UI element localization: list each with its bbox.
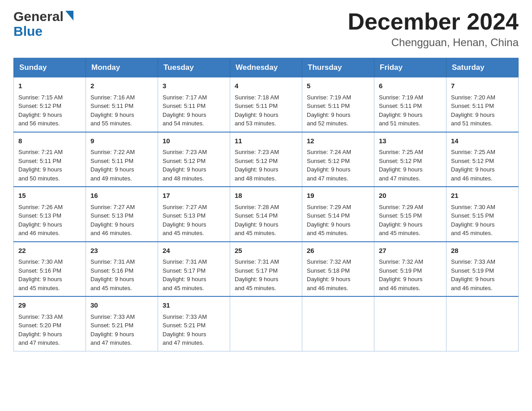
table-row: 26 Sunrise: 7:32 AMSunset: 5:18 PMDaylig…: [302, 242, 374, 297]
day-number: 22: [18, 246, 81, 256]
calendar-week-row: 15 Sunrise: 7:26 AMSunset: 5:13 PMDaylig…: [14, 187, 519, 242]
logo-blue: Blue: [13, 24, 43, 39]
day-info: Sunrise: 7:21 AMSunset: 5:11 PMDaylight:…: [18, 149, 63, 182]
table-row: 31 Sunrise: 7:33 AMSunset: 5:21 PMDaylig…: [158, 296, 230, 351]
day-info: Sunrise: 7:19 AMSunset: 5:11 PMDaylight:…: [379, 94, 423, 127]
day-info: Sunrise: 7:25 AMSunset: 5:12 PMDaylight:…: [451, 149, 495, 182]
calendar-table: Sunday Monday Tuesday Wednesday Thursday…: [13, 58, 519, 351]
table-row: 28 Sunrise: 7:33 AMSunset: 5:19 PMDaylig…: [446, 242, 519, 297]
day-info: Sunrise: 7:32 AMSunset: 5:18 PMDaylight:…: [307, 258, 351, 291]
table-row: [302, 296, 374, 351]
header-wednesday: Wednesday: [230, 58, 302, 77]
table-row: 19 Sunrise: 7:29 AMSunset: 5:14 PMDaylig…: [302, 187, 374, 242]
day-number: 28: [451, 246, 514, 256]
table-row: 11 Sunrise: 7:23 AMSunset: 5:12 PMDaylig…: [230, 132, 302, 187]
day-number: 12: [307, 136, 369, 146]
table-row: 4 Sunrise: 7:18 AMSunset: 5:11 PMDayligh…: [230, 77, 302, 132]
day-number: 19: [307, 191, 369, 201]
day-info: Sunrise: 7:31 AMSunset: 5:17 PMDaylight:…: [163, 258, 207, 291]
calendar-week-row: 8 Sunrise: 7:21 AMSunset: 5:11 PMDayligh…: [14, 132, 519, 187]
day-info: Sunrise: 7:33 AMSunset: 5:21 PMDaylight:…: [163, 313, 207, 347]
day-info: Sunrise: 7:20 AMSunset: 5:11 PMDaylight:…: [451, 94, 495, 127]
header-friday: Friday: [374, 58, 446, 77]
day-info: Sunrise: 7:27 AMSunset: 5:13 PMDaylight:…: [90, 204, 135, 237]
day-info: Sunrise: 7:27 AMSunset: 5:13 PMDaylight:…: [163, 204, 207, 237]
table-row: 22 Sunrise: 7:30 AMSunset: 5:16 PMDaylig…: [14, 242, 86, 297]
header-tuesday: Tuesday: [158, 58, 230, 77]
header-saturday: Saturday: [446, 58, 519, 77]
day-info: Sunrise: 7:30 AMSunset: 5:15 PMDaylight:…: [451, 204, 495, 237]
table-row: 24 Sunrise: 7:31 AMSunset: 5:17 PMDaylig…: [158, 242, 230, 297]
day-info: Sunrise: 7:15 AMSunset: 5:12 PMDaylight:…: [18, 94, 63, 127]
day-number: 1: [18, 81, 81, 91]
table-row: 23 Sunrise: 7:31 AMSunset: 5:16 PMDaylig…: [86, 242, 158, 297]
table-row: 6 Sunrise: 7:19 AMSunset: 5:11 PMDayligh…: [374, 77, 446, 132]
table-row: [374, 296, 446, 351]
table-row: [446, 296, 519, 351]
day-number: 27: [379, 246, 442, 256]
day-number: 10: [163, 136, 225, 146]
day-number: 9: [90, 136, 153, 146]
logo: General Blue: [13, 9, 73, 39]
day-info: Sunrise: 7:25 AMSunset: 5:12 PMDaylight:…: [379, 149, 423, 182]
day-number: 5: [307, 81, 369, 91]
day-number: 26: [307, 246, 369, 256]
table-row: 30 Sunrise: 7:33 AMSunset: 5:21 PMDaylig…: [86, 296, 158, 351]
day-number: 13: [379, 136, 442, 146]
day-info: Sunrise: 7:22 AMSunset: 5:11 PMDaylight:…: [90, 149, 135, 182]
day-info: Sunrise: 7:33 AMSunset: 5:20 PMDaylight:…: [18, 313, 63, 347]
day-number: 14: [451, 136, 514, 146]
table-row: 13 Sunrise: 7:25 AMSunset: 5:12 PMDaylig…: [374, 132, 446, 187]
table-row: 14 Sunrise: 7:25 AMSunset: 5:12 PMDaylig…: [446, 132, 519, 187]
day-info: Sunrise: 7:24 AMSunset: 5:12 PMDaylight:…: [307, 149, 351, 182]
day-number: 8: [18, 136, 81, 146]
day-info: Sunrise: 7:23 AMSunset: 5:12 PMDaylight:…: [163, 149, 207, 182]
month-title: December 2024: [348, 9, 519, 34]
table-row: 27 Sunrise: 7:32 AMSunset: 5:19 PMDaylig…: [374, 242, 446, 297]
day-info: Sunrise: 7:29 AMSunset: 5:15 PMDaylight:…: [379, 204, 423, 237]
day-number: 6: [379, 81, 442, 91]
table-row: 1 Sunrise: 7:15 AMSunset: 5:12 PMDayligh…: [14, 77, 86, 132]
day-number: 4: [235, 81, 297, 91]
day-number: 11: [235, 136, 297, 146]
table-row: 2 Sunrise: 7:16 AMSunset: 5:11 PMDayligh…: [86, 77, 158, 132]
table-row: 18 Sunrise: 7:28 AMSunset: 5:14 PMDaylig…: [230, 187, 302, 242]
day-header-row: Sunday Monday Tuesday Wednesday Thursday…: [14, 58, 519, 77]
page-header: General Blue December 2024 Chengguan, He…: [13, 9, 519, 49]
day-info: Sunrise: 7:33 AMSunset: 5:21 PMDaylight:…: [90, 313, 135, 347]
day-info: Sunrise: 7:29 AMSunset: 5:14 PMDaylight:…: [307, 204, 351, 237]
svg-marker-0: [65, 11, 73, 21]
table-row: [230, 296, 302, 351]
table-row: 17 Sunrise: 7:27 AMSunset: 5:13 PMDaylig…: [158, 187, 230, 242]
day-number: 2: [90, 81, 153, 91]
day-number: 31: [163, 300, 225, 311]
logo-arrow-icon: [65, 11, 73, 22]
day-info: Sunrise: 7:31 AMSunset: 5:17 PMDaylight:…: [235, 258, 279, 291]
table-row: 3 Sunrise: 7:17 AMSunset: 5:11 PMDayligh…: [158, 77, 230, 132]
table-row: 21 Sunrise: 7:30 AMSunset: 5:15 PMDaylig…: [446, 187, 519, 242]
title-block: December 2024 Chengguan, Henan, China: [348, 9, 519, 49]
logo-general: General: [13, 9, 64, 24]
day-number: 17: [163, 191, 225, 201]
day-number: 15: [18, 191, 81, 201]
header-monday: Monday: [86, 58, 158, 77]
day-info: Sunrise: 7:16 AMSunset: 5:11 PMDaylight:…: [90, 94, 135, 127]
table-row: 8 Sunrise: 7:21 AMSunset: 5:11 PMDayligh…: [14, 132, 86, 187]
day-number: 25: [235, 246, 297, 256]
day-info: Sunrise: 7:26 AMSunset: 5:13 PMDaylight:…: [18, 204, 63, 237]
calendar-week-row: 29 Sunrise: 7:33 AMSunset: 5:20 PMDaylig…: [14, 296, 519, 351]
day-number: 29: [18, 300, 81, 311]
table-row: 5 Sunrise: 7:19 AMSunset: 5:11 PMDayligh…: [302, 77, 374, 132]
day-info: Sunrise: 7:18 AMSunset: 5:11 PMDaylight:…: [235, 94, 279, 127]
table-row: 15 Sunrise: 7:26 AMSunset: 5:13 PMDaylig…: [14, 187, 86, 242]
day-number: 24: [163, 246, 225, 256]
day-info: Sunrise: 7:23 AMSunset: 5:12 PMDaylight:…: [235, 149, 279, 182]
day-info: Sunrise: 7:17 AMSunset: 5:11 PMDaylight:…: [163, 94, 207, 127]
table-row: 16 Sunrise: 7:27 AMSunset: 5:13 PMDaylig…: [86, 187, 158, 242]
day-info: Sunrise: 7:31 AMSunset: 5:16 PMDaylight:…: [90, 258, 135, 291]
table-row: 25 Sunrise: 7:31 AMSunset: 5:17 PMDaylig…: [230, 242, 302, 297]
day-number: 18: [235, 191, 297, 201]
day-number: 7: [451, 81, 514, 91]
location-title: Chengguan, Henan, China: [348, 36, 519, 49]
day-number: 21: [451, 191, 514, 201]
